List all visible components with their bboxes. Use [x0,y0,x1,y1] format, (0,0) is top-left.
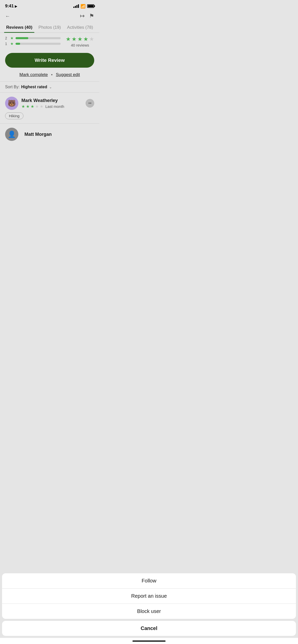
signal-bars [73,4,79,8]
rev-star-5: ★ [40,104,43,109]
star-5-half: ★ [89,36,94,42]
rating-rows-container: 2 ★ 1 ★ ★ ★ ★ ★ ★ 40 review [5,36,94,47]
rating-bars: 2 ★ 1 ★ [5,36,61,47]
bear-icon: 🐻 [8,99,16,107]
status-icons: 📶 [73,4,94,9]
rating-row-1: 1 ★ [5,41,61,46]
rev-star-3: ★ [31,104,34,109]
review-tag: Hiking [5,110,94,119]
reviewer-info: 🐻 Mark Weatherley ★ ★ ★ ★ ★ Last month [5,97,64,110]
overall-count: 40 reviews [71,43,89,47]
rating-section: 2 ★ 1 ★ ★ ★ ★ ★ ★ 40 review [0,33,99,49]
nav-bar: ← ↦ ⚑ [0,11,99,22]
bookmark-button[interactable]: ⚑ [89,13,94,19]
rev-star-4: ★ [35,104,39,109]
chevron-down-icon[interactable]: ⌄ [49,85,52,89]
nav-actions: ↦ ⚑ [80,13,94,19]
avatar-2: 👤 [5,128,18,141]
rating-bar-1 [16,43,61,45]
sort-label: Sort By: [5,85,20,89]
suggest-edit-link[interactable]: Suggest edit [56,72,80,77]
star-icon: ★ [10,41,13,46]
battery-icon [87,4,94,8]
bar-fill-1 [16,43,20,45]
overall-stars: ★ ★ ★ ★ ★ [66,36,94,42]
sort-value: Highest rated [21,85,47,89]
status-time: 9:41 [5,4,14,9]
star-4: ★ [83,36,88,42]
tab-reviews[interactable]: Reviews (40) [4,22,34,33]
tabs: Reviews (40) Photos (19) Activities (78) [0,22,99,33]
more-icon: •• [88,101,92,106]
write-review-button[interactable]: Write Review [5,53,94,68]
star-1: ★ [66,36,71,42]
review-card-0: 🐻 Mark Weatherley ★ ★ ★ ★ ★ Last month •… [0,93,99,124]
reviewer-name-2: Matt Morgan [24,132,52,137]
separator: • [51,72,53,77]
tab-activities[interactable]: Activities (78) [65,22,95,33]
avatar: 🐻 [5,97,18,110]
wifi-icon: 📶 [80,4,86,9]
back-button[interactable]: ← [5,13,10,19]
rev-star-1: ★ [21,104,25,109]
star-2: ★ [72,36,77,42]
overall-rating: ★ ★ ★ ★ ★ 40 reviews [64,36,94,47]
star-3: ★ [77,36,83,42]
reviewer-name: Mark Weatherley [21,98,64,103]
review-header: 🐻 Mark Weatherley ★ ★ ★ ★ ★ Last month •… [5,97,94,110]
rating-row-2: 2 ★ [5,36,61,40]
sort-row: Sort By: Highest rated ⌄ [0,81,99,93]
location-icon: ▶ [15,4,17,8]
bar-fill-2 [16,37,28,39]
actions-row: Mark complete • Suggest edit [0,70,99,81]
status-bar: 9:41 ▶ 📶 [0,0,99,11]
review-date: Last month [45,104,64,109]
reviewer-details: Mark Weatherley ★ ★ ★ ★ ★ Last month [21,98,64,109]
rev-star-2: ★ [26,104,30,109]
tab-photos[interactable]: Photos (19) [34,22,65,33]
share-button[interactable]: ↦ [80,13,85,19]
reviewer-info-2: 👤 Matt Morgan [5,128,94,141]
mark-complete-link[interactable]: Mark complete [19,72,48,77]
star-icon: ★ [10,36,13,40]
review-card-1: 👤 Matt Morgan [0,124,99,143]
rating-bar-2 [16,37,61,39]
more-options-button[interactable]: •• [86,99,94,108]
reviewer-stars-row: ★ ★ ★ ★ ★ Last month [21,104,64,109]
user-icon: 👤 [8,130,16,138]
